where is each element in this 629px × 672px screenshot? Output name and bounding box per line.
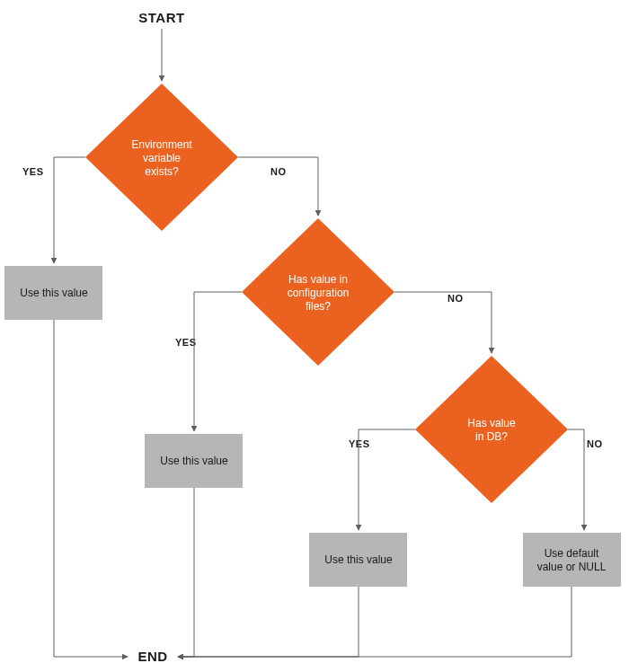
decision-env-line3: exists?	[145, 165, 179, 178]
start-label: START	[138, 10, 184, 25]
branch-db-yes: YES	[349, 438, 370, 449]
process-use2-text: Use this value	[160, 455, 228, 467]
decision-env-line1: Environment	[131, 138, 192, 151]
connector-config-yes	[194, 292, 242, 431]
decision-config: Has value in configuration files?	[242, 218, 394, 366]
end-label: END	[137, 649, 167, 664]
decision-config-line3: files?	[306, 300, 331, 313]
decision-config-line2: configuration	[288, 287, 350, 299]
branch-env-no: NO	[270, 166, 287, 177]
connector-use2-to-end	[178, 488, 194, 657]
svg-rect-6	[523, 533, 621, 587]
connector-config-no	[394, 292, 492, 353]
connector-use3-to-end	[178, 587, 359, 657]
connector-env-yes	[54, 157, 85, 263]
process-use1: Use this value	[4, 266, 102, 320]
connector-db-no	[568, 429, 584, 530]
process-default-line1: Use default	[545, 547, 599, 560]
process-default-line2: value or NULL	[537, 561, 607, 573]
branch-db-no: NO	[587, 438, 603, 449]
decision-env: Environment variable exists?	[85, 84, 238, 231]
process-default: Use default value or NULL	[523, 533, 621, 587]
process-use3: Use this value	[309, 533, 407, 587]
connector-default-to-end	[178, 587, 571, 657]
decision-db: Has value in DB?	[415, 356, 568, 503]
branch-config-yes: YES	[175, 337, 197, 348]
process-use2: Use this value	[145, 434, 243, 488]
flowchart: START Environment variable exists? YES U…	[0, 0, 629, 672]
decision-db-line2: in DB?	[475, 430, 508, 443]
decision-db-line1: Has value	[467, 417, 516, 429]
connector-use1-to-end	[54, 320, 128, 657]
decision-env-line2: variable	[143, 152, 181, 164]
process-use1-text: Use this value	[20, 287, 88, 299]
svg-marker-4	[415, 356, 568, 503]
decision-config-line1: Has value in	[288, 273, 348, 286]
process-use3-text: Use this value	[324, 553, 393, 566]
branch-config-no: NO	[447, 293, 464, 304]
branch-env-yes: YES	[22, 166, 44, 177]
